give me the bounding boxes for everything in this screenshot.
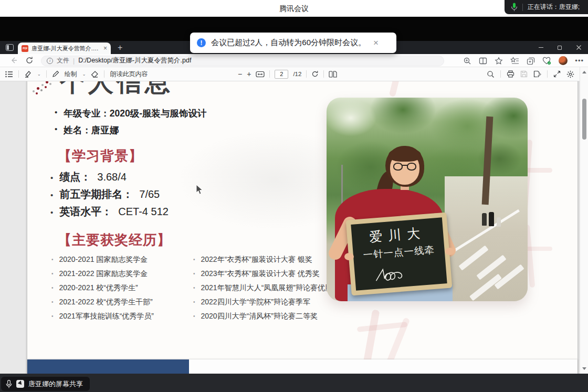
- minimize-button[interactable]: [531, 41, 550, 54]
- page-view-icon[interactable]: [329, 71, 337, 78]
- awards-section-heading: 【主要获奖经历】: [58, 231, 171, 249]
- pdf-page-next: [27, 359, 578, 374]
- study-value: 3.68/4: [97, 171, 127, 183]
- divider: [18, 70, 19, 78]
- url-separator: |: [73, 57, 75, 65]
- page-info-icon[interactable]: i: [47, 58, 53, 64]
- divider: [522, 4, 523, 11]
- toast-close-button[interactable]: ×: [373, 38, 379, 47]
- fullscreen-icon[interactable]: [553, 70, 561, 78]
- address-bar-actions: •••: [463, 54, 584, 67]
- basic-info-text: 姓名：唐亚娜: [64, 124, 119, 136]
- browser-address-bar: i 文件 | D:/Desktop/唐亚娜-川大夏令营简介.pdf: [0, 54, 588, 67]
- browser-tab-active[interactable]: PDF 唐亚娜-川大夏令营简介.pdf ×: [18, 43, 111, 54]
- browser-window: PDF 唐亚娜-川大夏令营简介.pdf × + i: [0, 41, 588, 374]
- zoom-page-icon[interactable]: [463, 57, 471, 65]
- blackboard-signature-squiggle: [372, 265, 426, 284]
- info-icon: !: [197, 38, 206, 47]
- browser-menu-icon[interactable]: •••: [575, 57, 584, 65]
- read-aloud-button[interactable]: 朗读此页内容: [110, 70, 148, 79]
- scroll-up-icon[interactable]: [582, 71, 586, 73]
- study-value: CET-4 512: [118, 206, 169, 218]
- tab-close-icon[interactable]: ×: [103, 45, 107, 51]
- highlighter-icon[interactable]: [24, 70, 32, 78]
- refresh-icon[interactable]: [25, 56, 34, 65]
- bullet-icon: •: [51, 312, 54, 321]
- study-section-heading: 【学习背景】: [58, 147, 143, 165]
- award-text: 2023年“衣秀杯”服装设计大赛 优秀奖: [201, 269, 320, 279]
- chevron-down-icon[interactable]: ⌄: [37, 72, 41, 77]
- page-number-input[interactable]: [275, 70, 288, 79]
- microphone-icon: [6, 380, 12, 388]
- basic-info-text: 年级专业：2020级-服装与服饰设计: [64, 107, 206, 120]
- zoom-out-button[interactable]: −: [238, 70, 242, 78]
- award-text: 2020-2021 国家励志奖学金: [59, 255, 148, 264]
- bullet-icon: •: [50, 190, 53, 199]
- speaking-status-text: 正在讲话：唐亚娜;: [528, 3, 580, 12]
- slide-photo: 爱川大 一针一点一线牵: [327, 98, 528, 301]
- person-hair-fringe: [388, 148, 421, 162]
- person-glasses: [393, 163, 416, 171]
- screen-share-label: 唐亚娜的屏幕共享: [28, 379, 83, 389]
- award-text: 2021-2022 校“优秀学生干部”: [59, 298, 153, 307]
- url-field[interactable]: i 文件 | D:/Desktop/唐亚娜-川大夏令营简介.pdf: [41, 56, 444, 66]
- photo-pedestrian: [489, 212, 494, 226]
- slide-watermark: [389, 81, 407, 97]
- save-icon[interactable]: [520, 70, 528, 78]
- collections-icon[interactable]: [527, 57, 535, 65]
- list-item: •2021-2022 国家励志奖学金: [51, 269, 194, 279]
- toast-message: 会议已超过2人，自动转为60分钟限时会议。: [211, 38, 366, 48]
- settings-gear-icon[interactable]: [566, 70, 574, 78]
- pdf-scrollbar[interactable]: [580, 67, 588, 374]
- pdf-file-icon: PDF: [22, 45, 28, 52]
- maximize-button[interactable]: [550, 41, 569, 54]
- list-item: •2020-2021 校“优秀学生”: [51, 283, 194, 293]
- screen-share-icon: [16, 380, 24, 388]
- award-text: 2021-2022 国家励志奖学金: [59, 269, 148, 279]
- bullet-icon: •: [51, 283, 54, 293]
- meeting-toast: ! 会议已超过2人，自动转为60分钟限时会议。 ×: [190, 33, 396, 53]
- draw-label[interactable]: 绘制: [65, 70, 77, 79]
- tab-layout-icon[interactable]: [6, 44, 14, 51]
- slide-deco-dots: [32, 81, 56, 96]
- study-label: 英语水平：: [59, 205, 112, 219]
- bullet-icon: •: [193, 312, 195, 321]
- divider: [104, 70, 104, 78]
- chevron-down-icon[interactable]: ⌄: [82, 72, 86, 77]
- rotate-icon[interactable]: [311, 70, 319, 78]
- pdf-viewport[interactable]: 个人信息 • 年级专业：2020级-服装与服饰设计 •: [0, 81, 580, 374]
- list-item: •2021军事技能训练“优秀学员”: [51, 312, 194, 321]
- toc-icon[interactable]: [5, 71, 13, 78]
- eraser-icon[interactable]: [91, 71, 99, 78]
- favorite-star-icon[interactable]: [495, 57, 503, 65]
- close-button[interactable]: [569, 41, 588, 54]
- study-row: • 前五学期排名： 7/65: [50, 187, 160, 202]
- split-screen-icon[interactable]: [479, 57, 487, 65]
- print-icon[interactable]: [507, 70, 514, 78]
- back-icon[interactable]: [9, 56, 18, 65]
- scrollbar-thumb[interactable]: [582, 99, 586, 140]
- save-as-icon[interactable]: [533, 70, 541, 78]
- url-scheme-label: 文件: [57, 56, 69, 65]
- study-label: 绩点：: [59, 170, 91, 184]
- scroll-down-icon[interactable]: [582, 367, 586, 370]
- slide-watermark: [363, 310, 380, 368]
- zoom-in-button[interactable]: +: [247, 70, 251, 78]
- draw-pen-icon[interactable]: [52, 70, 59, 78]
- bullet-icon: •: [55, 107, 57, 118]
- pdf-toolbar: ⌄ 绘制 ⌄ 朗读此页内容 − +: [0, 67, 588, 81]
- study-label: 前五学期排名：: [59, 187, 133, 202]
- slide-watermark: [357, 322, 408, 332]
- search-icon[interactable]: [487, 70, 495, 78]
- fit-width-icon[interactable]: [256, 71, 265, 78]
- person-hand: [344, 253, 354, 260]
- new-tab-button[interactable]: +: [118, 43, 122, 52]
- bullet-icon: •: [55, 124, 57, 134]
- browser-essentials-icon[interactable]: [542, 57, 551, 65]
- profile-avatar[interactable]: [559, 56, 568, 65]
- url-text: D:/Desktop/唐亚娜-川大夏令营简介.pdf: [78, 56, 191, 65]
- window-controls: [531, 41, 588, 54]
- favorites-bar-icon[interactable]: [510, 57, 519, 65]
- bullet-icon: •: [193, 269, 195, 279]
- bullet-icon: •: [193, 283, 195, 293]
